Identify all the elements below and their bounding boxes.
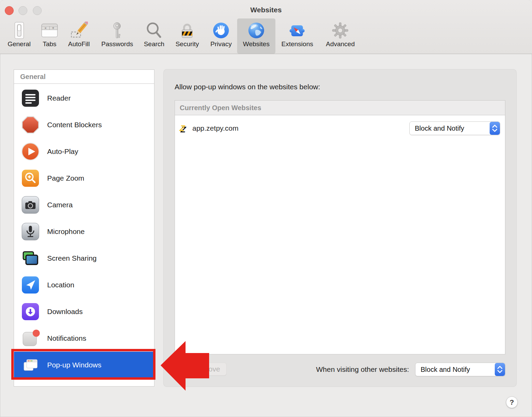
key-icon bbox=[108, 22, 126, 39]
sidebar-list: ReaderContent BlockersAuto-PlayPage Zoom… bbox=[14, 84, 154, 378]
toolbar-item-websites[interactable]: Websites bbox=[237, 18, 275, 54]
microphone-icon bbox=[21, 222, 40, 241]
panel-heading: Allow pop-up windows on the websites bel… bbox=[175, 83, 320, 91]
svg-text:×: × bbox=[44, 26, 46, 30]
toolbar-item-general[interactable]: General bbox=[8, 19, 31, 54]
sidebar-item-page-zoom[interactable]: Page Zoom bbox=[14, 165, 154, 192]
magnifier-icon bbox=[145, 22, 163, 39]
sidebar-item-reader[interactable]: Reader bbox=[14, 85, 154, 112]
globe-icon bbox=[247, 22, 265, 39]
location-arrow-icon bbox=[21, 275, 40, 295]
sidebar-item-camera[interactable]: Camera bbox=[14, 192, 154, 218]
other-websites-policy-select[interactable]: Block and Notify bbox=[415, 363, 505, 376]
puzzle-icon bbox=[288, 22, 306, 39]
popup-settings-panel: Allow pop-up windows on the websites bel… bbox=[163, 69, 517, 387]
download-circle-icon bbox=[21, 302, 40, 321]
toolbar-item-tabs[interactable]: ×+Tabs bbox=[41, 19, 58, 54]
sidebar-item-microphone[interactable]: Microphone bbox=[14, 218, 154, 245]
policy-value: Block and Notify bbox=[415, 366, 495, 374]
tabs-window-icon: ×+ bbox=[41, 22, 58, 39]
website-row: ZZapp.zetpy.comBlock and Notify bbox=[175, 115, 505, 141]
site-policy-select[interactable]: Block and Notify bbox=[409, 121, 500, 135]
toolbar: General×+TabsAutoFillPasswordsSearchSecu… bbox=[0, 19, 532, 54]
toolbar-item-search[interactable]: Search bbox=[144, 19, 164, 54]
safari-preferences-window: Websites General×+TabsAutoFillPasswordsS… bbox=[0, 0, 532, 417]
sidebar-item-notifications[interactable]: Notifications bbox=[14, 325, 154, 352]
sidebar-item-content-blockers[interactable]: Content Blockers bbox=[14, 112, 154, 138]
toolbar-item-security[interactable]: Security bbox=[176, 19, 199, 54]
table-header: Currently Open Websites bbox=[175, 101, 505, 115]
pencil-icon bbox=[70, 22, 88, 39]
padlock-icon bbox=[178, 22, 196, 39]
policy-value: Block and Notify bbox=[410, 125, 490, 132]
help-button[interactable]: ? bbox=[506, 396, 518, 408]
notification-badge-icon bbox=[21, 329, 40, 348]
toolbar-item-passwords[interactable]: Passwords bbox=[101, 19, 133, 54]
stop-sign-icon bbox=[21, 115, 40, 134]
sidebar: General ReaderContent BlockersAuto-PlayP… bbox=[14, 69, 154, 387]
toolbar-item-privacy[interactable]: Privacy bbox=[210, 19, 232, 54]
toolbar-item-autofill[interactable]: AutoFill bbox=[68, 19, 90, 54]
sidebar-item-downloads[interactable]: Downloads bbox=[14, 298, 154, 325]
sidebar-section-header: General bbox=[14, 70, 154, 84]
window-title: Websites bbox=[0, 6, 532, 14]
hand-icon bbox=[212, 22, 230, 39]
stepper-chevrons-icon bbox=[490, 122, 500, 135]
svg-text:+: + bbox=[52, 26, 54, 30]
zetpy-z-icon: ZZ bbox=[180, 124, 189, 133]
table-rows: ZZapp.zetpy.comBlock and Notify bbox=[175, 115, 505, 141]
toolbar-item-advanced[interactable]: Advanced bbox=[326, 19, 355, 54]
websites-table: Currently Open Websites ZZapp.zetpy.comB… bbox=[175, 100, 505, 354]
red-arrow-icon bbox=[160, 340, 211, 392]
sidebar-item-location[interactable]: Location bbox=[14, 272, 154, 298]
toolbar-item-extensions[interactable]: Extensions bbox=[282, 19, 313, 54]
sidebar-item-auto-play[interactable]: Auto-Play bbox=[14, 138, 154, 165]
website-name: app.zetpy.com bbox=[192, 124, 238, 132]
gear-icon bbox=[331, 22, 349, 39]
sidebar-item-screen-sharing[interactable]: Screen Sharing bbox=[14, 245, 154, 272]
window-header: Websites General×+TabsAutoFillPasswordsS… bbox=[0, 0, 532, 54]
other-websites-label: When visiting other websites: bbox=[316, 363, 409, 376]
play-circle-icon bbox=[21, 142, 40, 161]
red-box-annotation bbox=[11, 349, 155, 380]
stepper-chevrons-icon bbox=[495, 363, 505, 376]
camera-icon bbox=[21, 195, 40, 214]
reader-icon bbox=[21, 89, 40, 108]
page-zoom-icon bbox=[21, 169, 40, 188]
light-switch-icon bbox=[10, 22, 28, 39]
screen-sharing-icon bbox=[21, 249, 40, 268]
